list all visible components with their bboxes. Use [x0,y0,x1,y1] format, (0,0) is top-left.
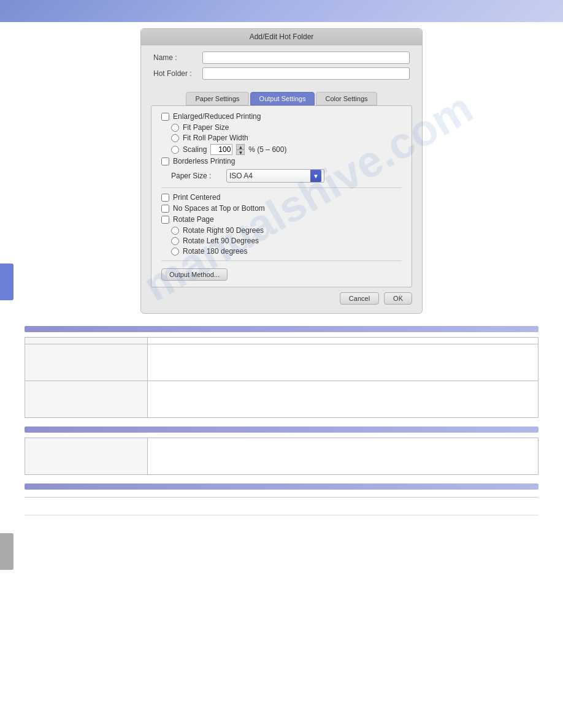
section-header-2 [25,427,538,433]
hot-folder-field-row: Hot Folder : [153,67,410,80]
dialog-title: Add/Edit Hot Folder [141,29,422,45]
table1-header-right [148,338,538,344]
fit-paper-size-radio[interactable] [171,124,179,132]
top-bar [0,0,563,22]
spinner-up[interactable]: ▲ [236,144,245,150]
print-centered-label: Print Centered [173,193,220,202]
paper-size-value: ISO A4 [229,172,253,180]
rotate-right-90-label: Rotate Right 90 Degrees [183,226,264,235]
print-centered-checkbox[interactable] [161,194,169,202]
hot-folder-input[interactable] [202,67,410,80]
no-spaces-label: No Spaces at Top or Bottom [173,204,265,213]
scaling-row: Scaling ▲ ▼ % (5 – 600) [161,144,402,155]
info-table-2 [25,438,538,475]
scaling-spinner[interactable]: ▲ ▼ [236,144,245,155]
hot-folder-label: Hot Folder : [153,69,202,78]
fit-paper-size-row: Fit Paper Size [161,123,402,132]
tab-bar: Paper Settings Output Settings Color Set… [141,92,422,105]
table1-row2-left [25,381,148,418]
table2-row1-right [148,438,538,475]
output-method-button[interactable]: Output Method... [161,268,228,281]
rotate-left-90-row: Rotate Left 90 Degrees [161,237,402,245]
paper-size-label: Paper Size : [171,172,226,180]
dialog-buttons: Cancel OK [141,287,422,305]
borderless-printing-checkbox[interactable] [161,157,169,165]
ok-button[interactable]: OK [384,292,412,305]
dialog-title-text: Add/Edit Hot Folder [250,32,314,41]
scaling-radio[interactable] [171,146,179,154]
section-header-1 [25,326,538,332]
enlarged-reduced-label: Enlarged/Reduced Printing [173,112,261,121]
output-method-label: Output Method... [169,271,220,278]
dialog-container: Add/Edit Hot Folder Name : Hot Folder : … [25,28,538,314]
rotate-left-90-label: Rotate Left 90 Degrees [183,237,259,245]
fit-roll-paper-radio[interactable] [171,134,179,142]
paper-size-row: Paper Size : ISO A4 ▼ [161,169,402,183]
table-row [25,438,538,475]
tab-output-settings[interactable]: Output Settings [250,92,315,105]
rotate-page-label: Rotate Page [173,215,214,224]
table1-header-left [25,338,148,344]
enlarged-reduced-checkbox[interactable] [161,113,169,121]
tab-color-settings[interactable]: Color Settings [316,92,377,105]
borderless-printing-row: Borderless Printing [161,157,402,165]
no-spaces-checkbox[interactable] [161,205,169,213]
fit-roll-paper-row: Fit Roll Paper Width [161,134,402,142]
horizontal-rule-2 [25,515,538,515]
table1-row1-left [25,344,148,381]
add-edit-hot-folder-dialog: Add/Edit Hot Folder Name : Hot Folder : … [140,28,423,314]
rotate-180-radio[interactable] [171,248,179,256]
paper-size-dropdown-arrow[interactable]: ▼ [310,170,321,182]
name-input[interactable] [202,51,410,64]
rotate-right-90-row: Rotate Right 90 Degrees [161,226,402,235]
tab-paper-settings[interactable]: Paper Settings [186,92,248,105]
enlarged-reduced-row: Enlarged/Reduced Printing [161,112,402,121]
settings-panel: Enlarged/Reduced Printing Fit Paper Size… [151,105,412,287]
bottom-text [25,505,538,510]
scaling-range-label: % (5 – 600) [248,145,286,154]
name-label: Name : [153,53,202,62]
bottom-section [25,497,538,515]
scaling-input[interactable] [210,144,232,155]
rotate-180-label: Rotate 180 degrees [183,247,247,256]
table1-row1-right [148,344,538,381]
separator-2 [161,260,402,261]
table-row [25,344,538,381]
fit-roll-paper-label: Fit Roll Paper Width [183,134,248,142]
section-header-3 [25,483,538,490]
name-field-row: Name : [153,51,410,64]
horizontal-rule-1 [25,497,538,498]
table2-row1-left [25,438,148,475]
no-spaces-row: No Spaces at Top or Bottom [161,204,402,213]
left-sidebar-tab [0,264,13,300]
info-table-1 [25,337,538,418]
borderless-printing-label: Borderless Printing [173,157,235,165]
rotate-page-row: Rotate Page [161,215,402,224]
rotate-left-90-radio[interactable] [171,237,179,245]
rotate-right-90-radio[interactable] [171,227,179,235]
separator-1 [161,188,402,188]
rotate-page-checkbox[interactable] [161,216,169,224]
scaling-label: Scaling [183,145,207,154]
dialog-fields: Name : Hot Folder : [141,45,422,87]
left-sidebar-tab-bottom [0,533,13,570]
paper-size-select[interactable]: ISO A4 ▼ [226,169,324,183]
fit-paper-size-label: Fit Paper Size [183,123,229,132]
cancel-button[interactable]: Cancel [340,292,379,305]
spinner-down[interactable]: ▼ [236,150,245,155]
table-row [25,381,538,418]
rotate-180-row: Rotate 180 degrees [161,247,402,256]
table1-row2-right [148,381,538,418]
print-centered-row: Print Centered [161,193,402,202]
